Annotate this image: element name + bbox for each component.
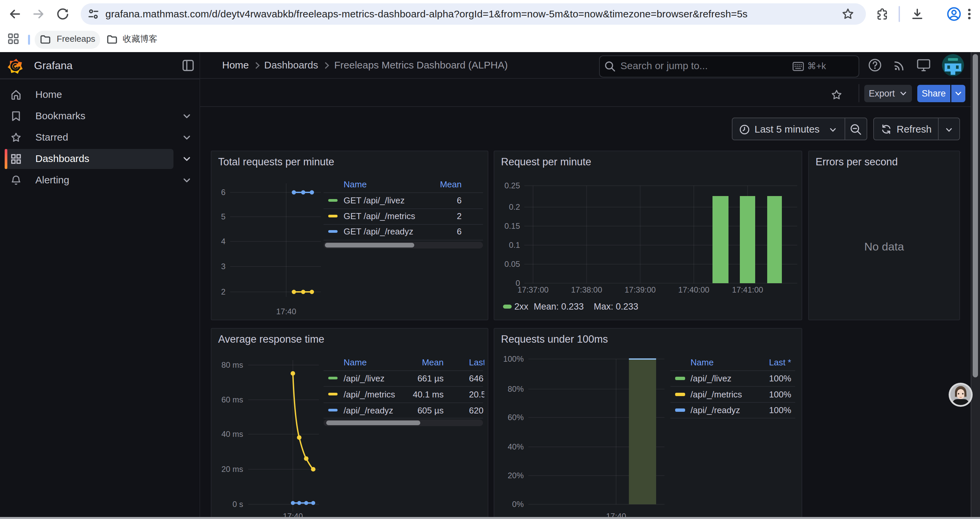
svg-text:0.05: 0.05: [504, 260, 520, 268]
svg-text:80%: 80%: [508, 385, 524, 393]
svg-text:20%: 20%: [508, 471, 524, 480]
svg-text:80 ms: 80 ms: [221, 360, 243, 369]
svg-text:17:38:00: 17:38:00: [571, 285, 602, 294]
svg-text:60%: 60%: [508, 413, 524, 422]
svg-text:0.25: 0.25: [504, 181, 520, 190]
svg-text:3: 3: [221, 262, 226, 271]
svg-text:Max: 0.233: Max: 0.233: [594, 302, 638, 311]
svg-text:17:40: 17:40: [276, 307, 296, 316]
svg-text:40 ms: 40 ms: [221, 430, 243, 439]
svg-text:4: 4: [221, 237, 226, 246]
svg-text:6: 6: [221, 188, 226, 197]
svg-text:0.2: 0.2: [509, 203, 520, 211]
svg-text:2xx: 2xx: [514, 302, 529, 311]
svg-text:60 ms: 60 ms: [221, 395, 243, 404]
svg-text:2: 2: [221, 287, 226, 296]
svg-text:20 ms: 20 ms: [221, 465, 243, 474]
svg-text:100%: 100%: [503, 355, 524, 363]
svg-text:0.15: 0.15: [504, 222, 520, 230]
svg-text:0%: 0%: [512, 500, 524, 509]
svg-text:17:41:00: 17:41:00: [732, 285, 763, 294]
svg-text:0 s: 0 s: [232, 500, 243, 509]
svg-text:17:39:00: 17:39:00: [624, 285, 655, 294]
svg-text:0.1: 0.1: [509, 241, 520, 249]
svg-text:17:37:00: 17:37:00: [517, 285, 548, 294]
svg-text:Mean: 0.233: Mean: 0.233: [534, 302, 584, 311]
svg-text:17:40:00: 17:40:00: [678, 285, 709, 294]
svg-text:5: 5: [221, 212, 226, 221]
svg-text:40%: 40%: [508, 442, 524, 451]
